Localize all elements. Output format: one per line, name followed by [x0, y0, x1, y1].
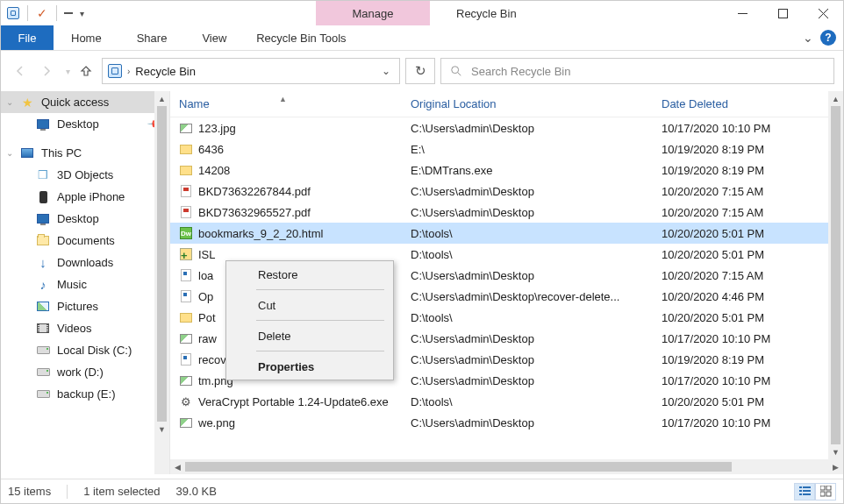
scroll-thumb[interactable]: [831, 106, 840, 444]
table-row[interactable]: Dwbookmarks_9_2_20.htmlD:\tools\10/20/20…: [170, 223, 843, 244]
maximize-button[interactable]: [762, 1, 803, 25]
chevron-down-icon[interactable]: ⌄: [6, 148, 13, 158]
file-date: 10/19/2020 8:19 PM: [662, 353, 843, 366]
contextual-tab-header[interactable]: Manage: [316, 1, 430, 25]
file-location: C:\Users\admin\Desktop: [411, 206, 662, 219]
file-type-icon: Dw: [179, 226, 193, 240]
sidebar-item-label: Desktop: [57, 117, 99, 131]
sidebar-item-local-disk-c-[interactable]: Local Disk (C:): [1, 339, 169, 361]
tab-view[interactable]: View: [184, 25, 244, 50]
context-restore[interactable]: Restore: [226, 261, 393, 287]
sidebar-item-3d-objects[interactable]: ❒3D Objects: [1, 164, 169, 186]
sidebar-item-label: Documents: [57, 234, 115, 247]
sidebar-item-label: Pictures: [57, 300, 98, 313]
scroll-thumb[interactable]: [157, 106, 167, 422]
file-location: D:\tools\: [411, 248, 662, 261]
forward-button[interactable]: [36, 60, 57, 82]
tab-recycle-bin-tools[interactable]: Recycle Bin Tools: [244, 25, 358, 50]
chevron-down-icon[interactable]: ⌄: [6, 97, 13, 107]
svg-rect-8: [799, 490, 802, 492]
address-text[interactable]: Recycle Bin: [135, 65, 196, 78]
phone-icon: [36, 190, 50, 204]
column-header-location[interactable]: Original Location: [411, 97, 662, 110]
context-delete[interactable]: Delete: [226, 323, 393, 349]
file-date: 10/17/2020 10:10 PM: [662, 122, 843, 135]
sidebar-item-desktop[interactable]: Desktop: [1, 208, 169, 230]
help-icon[interactable]: ?: [820, 30, 836, 46]
file-location: C:\Users\admin\Desktop\recover-delete...: [411, 290, 662, 303]
scroll-left-icon[interactable]: ◀: [170, 459, 185, 474]
file-location: E:\: [411, 143, 662, 156]
context-cut[interactable]: Cut: [226, 292, 393, 318]
qat-dropdown-icon[interactable]: ▾: [76, 9, 84, 18]
menu-separator: [256, 351, 384, 351]
tab-home[interactable]: Home: [54, 25, 119, 50]
sidebar-item-desktop-quick[interactable]: Desktop 📌: [1, 113, 169, 135]
scroll-up-icon[interactable]: ▲: [828, 91, 843, 106]
vertical-scrollbar[interactable]: ▲ ▼: [828, 91, 843, 459]
sidebar-item-videos[interactable]: Videos: [1, 317, 169, 339]
sidebar-quick-access[interactable]: ⌄ ★ Quick access: [1, 91, 169, 113]
file-date: 10/20/2020 5:01 PM: [662, 227, 843, 240]
file-name: 6436: [198, 143, 224, 156]
sidebar-item-backup-e-[interactable]: backup (E:): [1, 383, 169, 405]
table-row[interactable]: BKD73632267844.pdfC:\Users\admin\Desktop…: [170, 181, 843, 202]
scroll-down-icon[interactable]: ▼: [828, 444, 843, 459]
file-type-icon: [179, 268, 193, 282]
table-row[interactable]: 123.jpgC:\Users\admin\Desktop10/17/2020 …: [170, 117, 843, 138]
table-row[interactable]: we.pngC:\Users\admin\Desktop10/17/2020 1…: [170, 412, 843, 433]
sidebar-item-label: Apple iPhone: [57, 190, 125, 203]
sidebar-item-music[interactable]: ♪Music: [1, 273, 169, 295]
sidebar-item-downloads[interactable]: ↓Downloads: [1, 252, 169, 273]
status-selection: 1 item selected: [83, 485, 160, 498]
sidebar-item-pictures[interactable]: Pictures: [1, 295, 169, 317]
table-row[interactable]: 14208E:\DMTrans.exe10/19/2020 8:19 PM: [170, 160, 843, 181]
recycle-bin-icon[interactable]: [4, 4, 22, 22]
scroll-thumb[interactable]: [185, 462, 732, 472]
file-location: D:\tools\: [411, 395, 662, 408]
table-row[interactable]: 6436E:\10/19/2020 8:19 PM: [170, 138, 843, 160]
file-type-icon: [179, 331, 193, 345]
column-header-date[interactable]: Date Deleted: [662, 97, 843, 110]
file-date: 10/20/2020 5:01 PM: [662, 248, 843, 261]
status-item-count: 15 items: [8, 485, 51, 498]
file-date: 10/17/2020 10:10 PM: [662, 416, 843, 429]
view-large-icons-button[interactable]: [815, 483, 836, 500]
recent-locations-icon[interactable]: ▾: [62, 67, 70, 76]
scroll-right-icon[interactable]: ▶: [828, 459, 843, 474]
context-properties[interactable]: Properties: [226, 353, 393, 380]
column-header-name[interactable]: Name ▲: [170, 97, 411, 110]
tab-share[interactable]: Share: [119, 25, 185, 50]
horizontal-scrollbar[interactable]: ◀ ▶: [170, 459, 843, 474]
svg-rect-9: [803, 490, 811, 492]
table-row[interactable]: ⚙VeraCrypt Portable 1.24-Update6.exeD:\t…: [170, 391, 843, 412]
scroll-down-icon[interactable]: ▼: [154, 422, 169, 437]
sidebar-this-pc[interactable]: ⌄ This PC: [1, 142, 169, 164]
qat-customize-icon[interactable]: [62, 4, 75, 22]
back-button[interactable]: [10, 60, 31, 82]
address-bar[interactable]: › Recycle Bin ⌄: [102, 58, 400, 84]
sidebar-item-documents[interactable]: Documents: [1, 230, 169, 252]
sidebar-item-work-d-[interactable]: work (D:): [1, 361, 169, 383]
file-type-icon: [179, 121, 193, 135]
view-details-button[interactable]: [794, 483, 815, 500]
svg-rect-11: [803, 493, 811, 495]
file-date: 10/20/2020 5:01 PM: [662, 395, 843, 408]
svg-rect-13: [826, 486, 831, 490]
search-box[interactable]: Search Recycle Bin: [440, 58, 834, 84]
refresh-button[interactable]: ↻: [405, 58, 435, 84]
properties-qat-icon[interactable]: ✓: [33, 4, 51, 22]
ribbon-tabs: File Home Share View Recycle Bin Tools ⌄…: [1, 25, 843, 50]
sidebar-item-apple-iphone[interactable]: Apple iPhone: [1, 186, 169, 208]
address-dropdown-icon[interactable]: ⌄: [378, 65, 394, 77]
sidebar-scrollbar[interactable]: ▲ ▼: [154, 91, 169, 474]
table-row[interactable]: BKD73632965527.pdfC:\Users\admin\Desktop…: [170, 202, 843, 223]
ribbon-collapse-icon[interactable]: ⌄: [803, 31, 813, 45]
scroll-up-icon[interactable]: ▲: [154, 91, 169, 106]
minimize-button[interactable]: [722, 1, 762, 25]
up-button[interactable]: [75, 60, 97, 82]
close-button[interactable]: [803, 1, 843, 25]
chevron-right-icon[interactable]: ›: [127, 67, 130, 76]
file-tab[interactable]: File: [1, 25, 54, 50]
title-bar: ✓ ▾ Manage Recycle Bin: [1, 1, 843, 25]
